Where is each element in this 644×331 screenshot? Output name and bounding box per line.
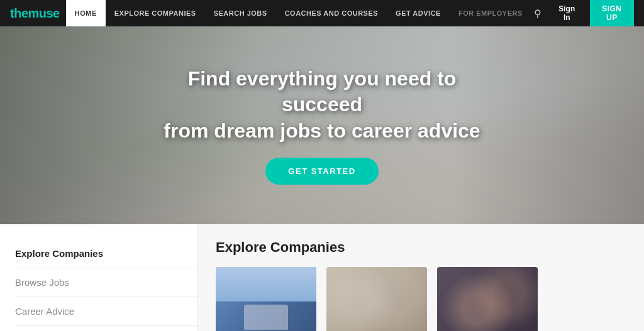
company-card-grid — [216, 267, 626, 331]
sidebar-item-career-advice[interactable]: Career Advice — [15, 297, 197, 326]
logo-highlight: muse — [28, 6, 60, 20]
nav-link-search-jobs[interactable]: SEARCH JOBS — [205, 0, 276, 26]
company-card-1[interactable] — [216, 267, 316, 331]
lower-section: Explore Companies Browse Jobs Career Adv… — [0, 224, 644, 331]
hero-section: Find everything you need to succeed from… — [0, 26, 644, 224]
logo-prefix: the — [10, 6, 28, 20]
nav-link-explore-companies[interactable]: EXPLORE COMPANIES — [106, 0, 205, 26]
signin-button[interactable]: Sign In — [552, 1, 582, 26]
site-logo[interactable]: themuse — [10, 6, 60, 21]
nav-right: ⚲ Sign In Sign Up — [531, 0, 634, 27]
nav-links: HOME EXPLORE COMPANIES SEARCH JOBS COACH… — [66, 0, 531, 26]
hero-content: Find everything you need to succeed from… — [146, 66, 498, 185]
navbar: themuse HOME EXPLORE COMPANIES SEARCH JO… — [0, 0, 644, 26]
nav-link-coaches-courses[interactable]: COACHES AND COURSES — [276, 0, 387, 26]
section-title: Explore Companies — [216, 239, 626, 256]
nav-link-home[interactable]: HOME — [66, 0, 106, 26]
sidebar: Explore Companies Browse Jobs Career Adv… — [0, 224, 198, 331]
main-content: Explore Companies — [198, 224, 644, 331]
sidebar-item-browse-jobs[interactable]: Browse Jobs — [15, 268, 197, 297]
company-card-2[interactable] — [326, 267, 427, 331]
get-started-button[interactable]: GET STARTED — [265, 158, 378, 185]
company-card-3[interactable] — [437, 267, 538, 331]
sidebar-item-explore-companies[interactable]: Explore Companies — [15, 239, 197, 268]
hero-title: Find everything you need to succeed from… — [146, 66, 498, 144]
signup-button[interactable]: Sign Up — [590, 0, 634, 27]
search-icon[interactable]: ⚲ — [531, 5, 544, 22]
nav-link-for-employers[interactable]: FOR EMPLOYERS — [450, 0, 531, 26]
nav-link-get-advice[interactable]: GET ADVICE — [387, 0, 450, 26]
sidebar-item-discover-careers[interactable]: Discover Careers — [15, 326, 197, 331]
